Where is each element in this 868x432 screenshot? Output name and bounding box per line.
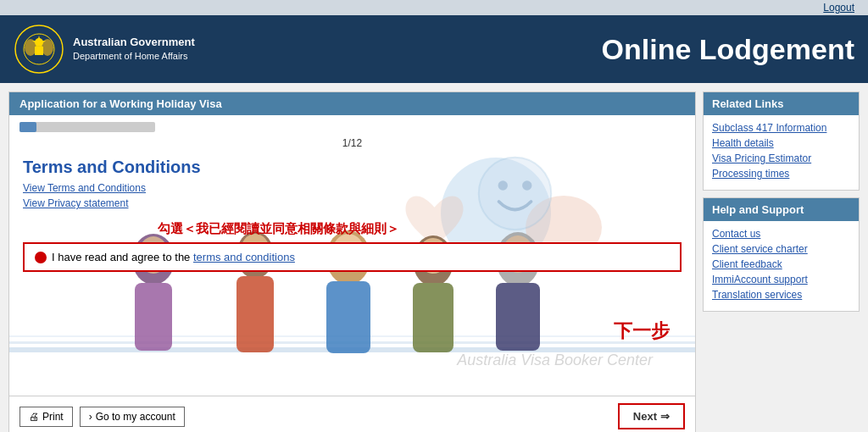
form-area: Application for a Working Holiday Visa 1… (8, 91, 696, 396)
related-links-section: Related Links Subclass 417 Information H… (703, 91, 860, 191)
view-privacy-link[interactable]: View Privacy statement (23, 197, 682, 209)
sidebar-link-processing[interactable]: Processing times (712, 168, 850, 180)
printer-icon: 🖨 (29, 411, 39, 423)
terms-conditions-link[interactable]: terms and conditions (193, 251, 295, 263)
watermark-text: Australia Visa Booker Center (457, 352, 653, 369)
sidebar-link-translation[interactable]: Translation services (712, 289, 850, 301)
progress-bar-fill (19, 122, 36, 132)
sidebar: Related Links Subclass 417 Information H… (703, 91, 860, 318)
content-panel: Application for a Working Holiday Visa 1… (8, 91, 696, 432)
page-counter: 1/12 (9, 137, 695, 149)
sidebar-link-subclass[interactable]: Subclass 417 Information (712, 122, 850, 134)
svg-rect-17 (326, 281, 370, 353)
help-support-list: Contact us Client service charter Client… (704, 221, 859, 311)
chinese-next-label: 下一步 (614, 318, 670, 344)
sidebar-link-contact[interactable]: Contact us (712, 228, 850, 240)
terms-radio-button[interactable] (35, 252, 47, 263)
header: Australian Government Department of Home… (0, 15, 868, 83)
sidebar-link-feedback[interactable]: Client feedback (712, 258, 850, 270)
application-title: Application for a Working Holiday Visa (9, 92, 695, 115)
account-button[interactable]: › Go to my account (80, 407, 185, 427)
terms-heading: Terms and Conditions (23, 158, 682, 177)
svg-rect-20 (413, 283, 453, 352)
sidebar-link-pricing[interactable]: Visa Pricing Estimator (712, 152, 850, 164)
next-button[interactable]: Next ⇒ (618, 403, 685, 429)
action-bar: 🖨 Print › Go to my account Next ⇒ (8, 396, 696, 432)
svg-rect-11 (135, 283, 172, 351)
action-left-buttons: 🖨 Print › Go to my account (19, 407, 185, 427)
sidebar-link-immiaccount[interactable]: ImmiAccount support (712, 274, 850, 285)
related-links-list: Subclass 417 Information Health details … (704, 115, 859, 190)
progress-bar-bg (19, 122, 155, 132)
terms-checkbox-container: I have read and agree to the terms and c… (23, 242, 682, 272)
view-terms-link[interactable]: View Terms and Conditions (23, 182, 682, 194)
help-support-heading: Help and Support (704, 198, 859, 221)
svg-rect-23 (496, 283, 540, 351)
help-support-section: Help and Support Contact us Client servi… (703, 197, 860, 312)
page-title: Online Lodgement (602, 33, 854, 66)
sidebar-link-health[interactable]: Health details (712, 137, 850, 149)
main-layout: Application for a Working Holiday Visa 1… (0, 83, 868, 432)
content-inner: Australia Visa Booker Center Terms and C… (9, 149, 695, 395)
print-button[interactable]: 🖨 Print (19, 407, 73, 427)
sidebar-link-charter[interactable]: Client service charter (712, 243, 850, 255)
checkbox-area: I have read and agree to the terms and c… (23, 242, 682, 272)
checkbox-label: I have read and agree to the terms and c… (52, 251, 295, 263)
progress-section (9, 115, 695, 136)
svg-rect-14 (236, 276, 274, 352)
terms-section: Terms and Conditions View Terms and Cond… (9, 149, 695, 221)
chinese-instruction: 勾選＜我已經閱讀並同意相關條款與細則＞ (158, 221, 695, 237)
logout-link[interactable]: Logout (823, 2, 854, 14)
logo-area: Australian Government Department of Home… (14, 24, 195, 75)
arrow-right-icon: ⇒ (660, 410, 670, 423)
logo-text: Australian Government Department of Home… (73, 35, 195, 64)
crest-icon (14, 24, 64, 75)
chevron-right-icon: › (89, 411, 92, 423)
related-links-heading: Related Links (704, 92, 859, 115)
